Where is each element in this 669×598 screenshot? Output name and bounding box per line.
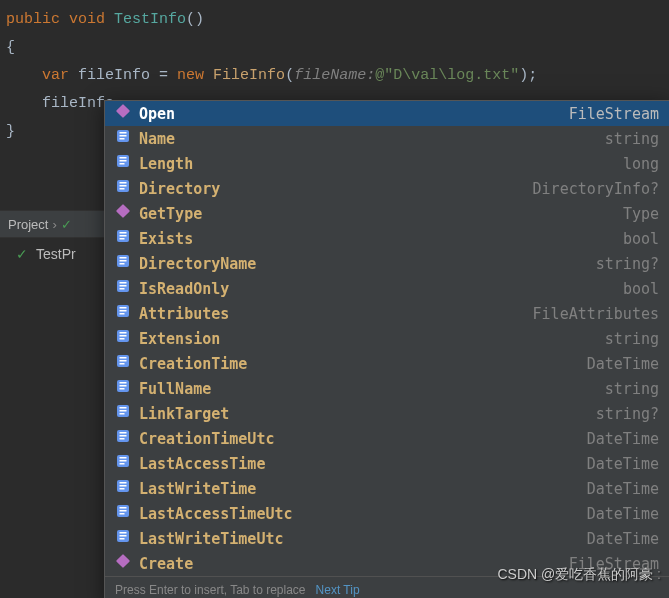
item-label: LastAccessTimeUtc xyxy=(139,505,293,523)
intellisense-list[interactable]: OpenFileStreamNamestringLengthlongDirect… xyxy=(105,101,669,576)
svg-rect-31 xyxy=(120,332,127,334)
item-label: LinkTarget xyxy=(139,405,229,423)
svg-rect-49 xyxy=(120,438,125,440)
intellisense-item-directory[interactable]: DirectoryDirectoryInfo? xyxy=(105,176,669,201)
item-type: FileStream xyxy=(569,555,659,573)
svg-rect-27 xyxy=(120,307,127,309)
svg-rect-43 xyxy=(120,407,127,409)
svg-rect-4 xyxy=(120,138,125,140)
intellisense-item-length[interactable]: Lengthlong xyxy=(105,151,669,176)
svg-rect-37 xyxy=(120,363,125,365)
item-type: string xyxy=(605,380,659,398)
property-icon xyxy=(115,453,131,474)
svg-rect-65 xyxy=(120,538,125,540)
item-type: DateTime xyxy=(587,530,659,548)
item-label: Create xyxy=(139,555,193,573)
intellisense-item-lastwritetime[interactable]: LastWriteTimeDateTime xyxy=(105,476,669,501)
svg-rect-3 xyxy=(120,135,127,137)
intellisense-footer: Press Enter to insert, Tab to replace Ne… xyxy=(105,576,669,598)
svg-rect-11 xyxy=(120,185,127,187)
item-label: Extension xyxy=(139,330,220,348)
param-hint: fileName: xyxy=(294,67,375,84)
method-icon xyxy=(115,203,131,224)
svg-rect-19 xyxy=(120,257,127,259)
intellisense-item-name[interactable]: Namestring xyxy=(105,126,669,151)
svg-rect-6 xyxy=(120,157,127,159)
svg-rect-48 xyxy=(120,435,127,437)
intellisense-item-linktarget[interactable]: LinkTargetstring? xyxy=(105,401,669,426)
property-icon xyxy=(115,278,131,299)
intellisense-item-isreadonly[interactable]: IsReadOnlybool xyxy=(105,276,669,301)
intellisense-item-creationtimeutc[interactable]: CreationTimeUtcDateTime xyxy=(105,426,669,451)
svg-rect-16 xyxy=(120,235,127,237)
method-icon xyxy=(115,103,131,124)
svg-rect-52 xyxy=(120,460,127,462)
item-type: string? xyxy=(596,405,659,423)
property-icon xyxy=(115,528,131,549)
svg-rect-66 xyxy=(116,554,130,568)
svg-rect-0 xyxy=(116,104,130,118)
svg-rect-47 xyxy=(120,432,127,434)
code-line-1: public void TestInfo() xyxy=(0,6,669,34)
intellisense-item-fullname[interactable]: FullNamestring xyxy=(105,376,669,401)
property-icon xyxy=(115,128,131,149)
svg-rect-56 xyxy=(120,485,127,487)
svg-rect-28 xyxy=(120,310,127,312)
svg-rect-44 xyxy=(120,410,127,412)
method-name: TestInfo xyxy=(114,11,186,28)
item-type: long xyxy=(623,155,659,173)
svg-rect-59 xyxy=(120,507,127,509)
svg-rect-25 xyxy=(120,288,125,290)
intellisense-item-gettype[interactable]: GetTypeType xyxy=(105,201,669,226)
property-icon xyxy=(115,503,131,524)
item-type: DateTime xyxy=(587,430,659,448)
svg-rect-55 xyxy=(120,482,127,484)
next-tip-link[interactable]: Next Tip xyxy=(316,583,360,597)
item-type: DateTime xyxy=(587,455,659,473)
item-type: FileStream xyxy=(569,105,659,123)
intellisense-popup[interactable]: OpenFileStreamNamestringLengthlongDirect… xyxy=(104,100,669,598)
intellisense-item-attributes[interactable]: AttributesFileAttributes xyxy=(105,301,669,326)
item-type: DateTime xyxy=(587,505,659,523)
property-icon xyxy=(115,153,131,174)
test-label[interactable]: TestPr xyxy=(36,246,76,262)
property-icon xyxy=(115,178,131,199)
breadcrumb-separator: › xyxy=(52,217,56,232)
item-type: bool xyxy=(623,230,659,248)
svg-rect-53 xyxy=(120,463,125,465)
svg-rect-21 xyxy=(120,263,125,265)
breadcrumb-project[interactable]: Project xyxy=(8,217,48,232)
type-name: FileInfo xyxy=(213,67,285,84)
property-icon xyxy=(115,403,131,424)
item-label: Open xyxy=(139,105,175,123)
intellisense-item-lastwritetimeutc[interactable]: LastWriteTimeUtcDateTime xyxy=(105,526,669,551)
svg-rect-8 xyxy=(120,163,125,165)
check-icon: ✓ xyxy=(16,246,28,262)
item-type: string xyxy=(605,130,659,148)
svg-rect-39 xyxy=(120,382,127,384)
svg-rect-23 xyxy=(120,282,127,284)
intellisense-item-lastaccesstime[interactable]: LastAccessTimeDateTime xyxy=(105,451,669,476)
item-type: string? xyxy=(596,255,659,273)
string-at: @ xyxy=(375,67,384,84)
property-icon xyxy=(115,328,131,349)
svg-rect-20 xyxy=(120,260,127,262)
property-icon xyxy=(115,253,131,274)
svg-rect-32 xyxy=(120,335,127,337)
svg-rect-51 xyxy=(120,457,127,459)
intellisense-item-create[interactable]: CreateFileStream xyxy=(105,551,669,576)
item-label: Exists xyxy=(139,230,193,248)
svg-rect-40 xyxy=(120,385,127,387)
intellisense-item-lastaccesstimeutc[interactable]: LastAccessTimeUtcDateTime xyxy=(105,501,669,526)
intellisense-item-exists[interactable]: Existsbool xyxy=(105,226,669,251)
item-label: CreationTime xyxy=(139,355,247,373)
intellisense-item-open[interactable]: OpenFileStream xyxy=(105,101,669,126)
property-icon xyxy=(115,428,131,449)
svg-rect-24 xyxy=(120,285,127,287)
svg-rect-7 xyxy=(120,160,127,162)
svg-rect-33 xyxy=(120,338,125,340)
svg-rect-17 xyxy=(120,238,125,240)
intellisense-item-creationtime[interactable]: CreationTimeDateTime xyxy=(105,351,669,376)
intellisense-item-extension[interactable]: Extensionstring xyxy=(105,326,669,351)
intellisense-item-directoryname[interactable]: DirectoryNamestring? xyxy=(105,251,669,276)
